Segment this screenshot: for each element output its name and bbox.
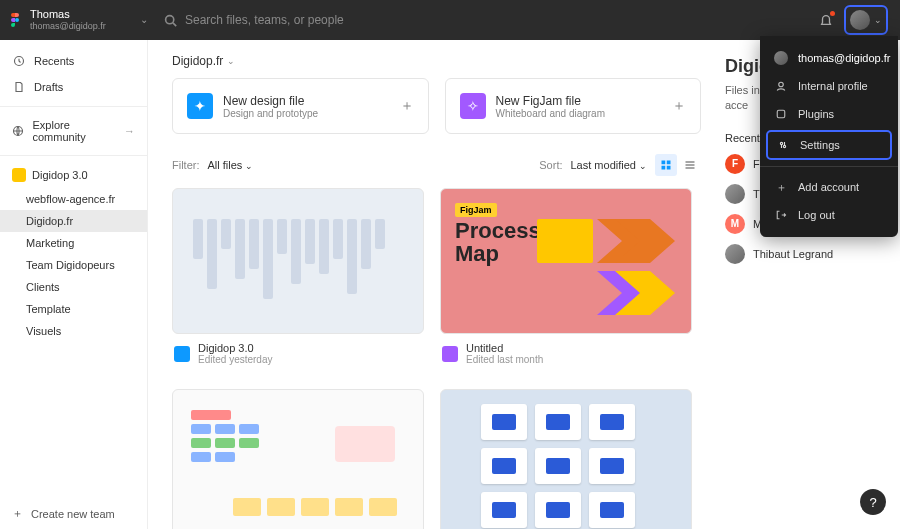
file-subtitle: Edited yesterday bbox=[198, 354, 273, 365]
dropdown-email[interactable]: thomas@digidop.fr bbox=[760, 44, 898, 72]
plus-icon: ＋ bbox=[774, 180, 788, 194]
svg-line-2 bbox=[173, 22, 176, 25]
svg-rect-6 bbox=[667, 161, 671, 165]
filter-dropdown[interactable]: All files ⌄ bbox=[208, 159, 254, 171]
team-icon bbox=[12, 168, 26, 182]
svg-point-0 bbox=[15, 18, 19, 22]
sidebar-project[interactable]: Team Digidopeurs bbox=[0, 254, 147, 276]
sort-label: Sort: bbox=[539, 159, 562, 171]
help-button[interactable]: ? bbox=[860, 489, 886, 515]
sidebar-recents[interactable]: Recents bbox=[0, 48, 147, 74]
sidebar-item-label: Explore community bbox=[33, 119, 117, 143]
dropdown-plugins[interactable]: Plugins bbox=[760, 100, 898, 128]
dropdown-add-account[interactable]: ＋ Add account bbox=[760, 173, 898, 201]
workspace-user-name: Thomas bbox=[30, 8, 106, 21]
create-new-team[interactable]: ＋ Create new team bbox=[0, 498, 147, 529]
arrow-right-icon: → bbox=[124, 125, 135, 137]
workspace-switcher[interactable]: Thomas thomas@digidop.fr ⌄ bbox=[8, 8, 148, 32]
globe-icon bbox=[12, 124, 25, 138]
design-file-icon bbox=[174, 346, 190, 362]
grid-view-button[interactable] bbox=[655, 154, 677, 176]
file-card[interactable] bbox=[440, 389, 692, 529]
svg-rect-18 bbox=[777, 110, 785, 118]
new-card-subtitle: Whiteboard and diagram bbox=[496, 108, 663, 119]
svg-point-1 bbox=[166, 15, 174, 23]
search-icon bbox=[164, 14, 177, 27]
file-thumbnail bbox=[172, 389, 424, 529]
file-thumbnail bbox=[440, 389, 692, 529]
team-name: Digidop 3.0 bbox=[32, 169, 88, 181]
search-bar[interactable] bbox=[148, 13, 816, 27]
breadcrumb-label: Digidop.fr bbox=[172, 54, 223, 68]
new-design-file-card[interactable]: ✦ New design file Design and prototype ＋ bbox=[172, 78, 429, 134]
new-figjam-file-card[interactable]: ✧ New FigJam file Whiteboard and diagram… bbox=[445, 78, 702, 134]
file-title: Digidop 3.0 bbox=[198, 342, 273, 354]
main-content: Digidop.fr ⌄ ✦ New design file Design an… bbox=[148, 40, 725, 529]
avatar-initial: F bbox=[725, 154, 745, 174]
svg-point-19 bbox=[780, 142, 782, 144]
avatar bbox=[725, 244, 745, 264]
dropdown-settings[interactable]: Settings bbox=[766, 130, 892, 160]
sidebar-project[interactable]: Marketing bbox=[0, 232, 147, 254]
sidebar-project[interactable]: Visuels bbox=[0, 320, 147, 342]
file-card[interactable]: FigJam ProcessMap UntitledEd bbox=[440, 188, 692, 373]
figma-logo-icon bbox=[8, 13, 22, 27]
sidebar-project[interactable]: Digidop.fr bbox=[0, 210, 147, 232]
svg-point-17 bbox=[779, 82, 784, 87]
sidebar-item-label: Recents bbox=[34, 55, 74, 67]
figjam-file-icon bbox=[442, 346, 458, 362]
chevron-down-icon: ⌄ bbox=[245, 161, 253, 171]
search-input[interactable] bbox=[185, 13, 485, 27]
avatar-initial: M bbox=[725, 214, 745, 234]
topbar: Thomas thomas@digidop.fr ⌄ ⌄ bbox=[0, 0, 900, 40]
contributor-name: Thibaut Legrand bbox=[753, 248, 833, 260]
sort-dropdown[interactable]: Last modified ⌄ bbox=[571, 159, 648, 171]
sidebar-project[interactable]: Clients bbox=[0, 276, 147, 298]
account-dropdown: thomas@digidop.fr Internal profile Plugi… bbox=[760, 36, 898, 237]
create-team-label: Create new team bbox=[31, 508, 115, 520]
avatar bbox=[850, 10, 870, 30]
new-card-title: New FigJam file bbox=[496, 94, 663, 108]
list-view-button[interactable] bbox=[679, 154, 701, 176]
sidebar-team-header[interactable]: Digidop 3.0 bbox=[0, 162, 147, 188]
figjam-file-icon: ✧ bbox=[460, 93, 486, 119]
sidebar-project[interactable]: webflow-agence.fr bbox=[0, 188, 147, 210]
plus-icon: ＋ bbox=[672, 97, 686, 115]
file-thumbnail bbox=[172, 188, 424, 334]
chevron-down-icon: ⌄ bbox=[140, 14, 148, 25]
chevron-down-icon: ⌄ bbox=[639, 161, 647, 171]
account-menu-button[interactable]: ⌄ bbox=[844, 5, 888, 35]
file-icon bbox=[12, 80, 26, 94]
clock-icon bbox=[12, 54, 26, 68]
file-card[interactable] bbox=[172, 389, 424, 529]
dropdown-internal-profile[interactable]: Internal profile bbox=[760, 72, 898, 100]
sidebar-explore-community[interactable]: Explore community → bbox=[0, 113, 147, 149]
new-card-title: New design file bbox=[223, 94, 390, 108]
svg-rect-12 bbox=[537, 219, 593, 263]
svg-rect-7 bbox=[662, 166, 666, 170]
contributor-row[interactable]: Thibaut Legrand bbox=[725, 244, 882, 264]
dropdown-logout[interactable]: Log out bbox=[760, 201, 898, 229]
sidebar-drafts[interactable]: Drafts bbox=[0, 74, 147, 100]
logout-icon bbox=[774, 208, 788, 222]
settings-icon bbox=[776, 138, 790, 152]
notifications-button[interactable] bbox=[816, 10, 836, 30]
svg-rect-8 bbox=[667, 166, 671, 170]
svg-rect-5 bbox=[662, 161, 666, 165]
workspace-user-email: thomas@digidop.fr bbox=[30, 21, 106, 32]
plus-icon: ＋ bbox=[12, 506, 23, 521]
chevron-down-icon: ⌄ bbox=[227, 56, 235, 66]
figjam-badge: FigJam bbox=[455, 203, 497, 217]
sidebar-item-label: Drafts bbox=[34, 81, 63, 93]
breadcrumb[interactable]: Digidop.fr ⌄ bbox=[148, 40, 725, 78]
plus-icon: ＋ bbox=[400, 97, 414, 115]
sidebar-project[interactable]: Template bbox=[0, 298, 147, 320]
plugins-icon bbox=[774, 107, 788, 121]
file-card[interactable]: Digidop 3.0Edited yesterday bbox=[172, 188, 424, 373]
file-subtitle: Edited last month bbox=[466, 354, 543, 365]
svg-point-20 bbox=[783, 145, 785, 147]
design-file-icon: ✦ bbox=[187, 93, 213, 119]
profile-icon bbox=[774, 79, 788, 93]
new-card-subtitle: Design and prototype bbox=[223, 108, 390, 119]
filter-label: Filter: bbox=[172, 159, 200, 171]
